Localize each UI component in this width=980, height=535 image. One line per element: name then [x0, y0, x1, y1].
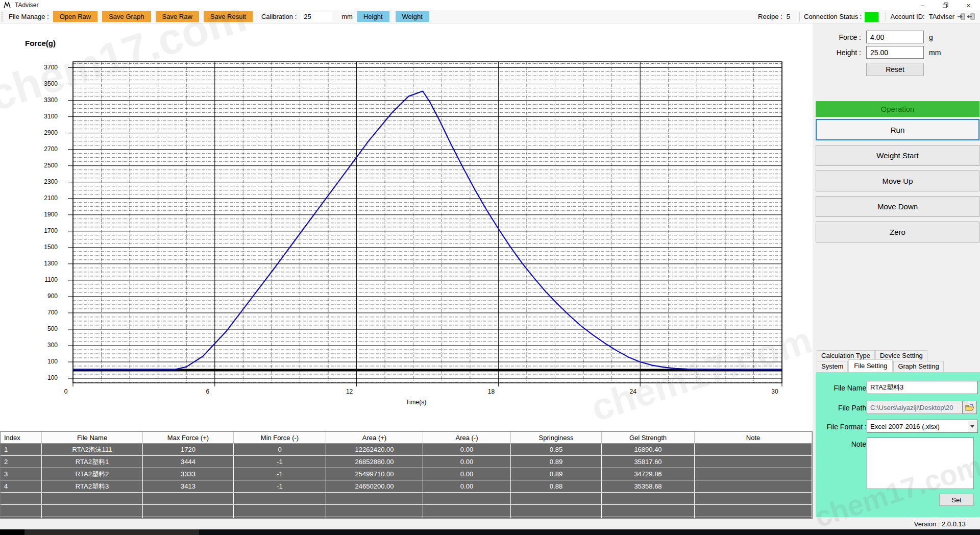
table-cell: -1: [234, 456, 326, 468]
minimize-button[interactable]: –: [911, 0, 934, 10]
close-button[interactable]: ×: [957, 0, 980, 10]
run-button[interactable]: Run: [816, 119, 979, 140]
table-cell: [695, 480, 812, 493]
calibration-unit: mm: [341, 13, 353, 20]
table-cell: 2: [1, 456, 42, 468]
taskbar[interactable]: [0, 529, 980, 535]
move-up-button[interactable]: Move Up: [816, 171, 979, 191]
table-cell: [423, 517, 511, 519]
y-tick-label: 1700: [28, 227, 58, 234]
table-cell: [511, 493, 602, 505]
column-header: Springiness: [511, 432, 602, 444]
save-result-button[interactable]: Save Result: [204, 11, 253, 22]
height-input[interactable]: [866, 46, 924, 59]
table-cell: 25499710.00: [326, 468, 423, 480]
table-cell: 3333: [143, 468, 234, 480]
file-format-label: File Format :: [818, 423, 867, 431]
table-cell: [695, 444, 812, 456]
table-cell: [143, 493, 234, 505]
table-cell: [326, 505, 423, 517]
y-tick-label: 3500: [28, 80, 58, 87]
dropdown-zone: [968, 421, 977, 432]
recipe-value: 5: [787, 13, 790, 20]
y-tick-label: 700: [28, 309, 58, 316]
table-row[interactable]: [1, 493, 812, 505]
browse-folder-button[interactable]: [963, 401, 977, 414]
taskbar-segment: [24, 529, 199, 535]
window-title: TAdviser: [15, 2, 38, 9]
table-cell: [423, 493, 511, 505]
set-button[interactable]: Set: [939, 494, 974, 506]
table-cell: RTA2塑料1: [42, 456, 143, 468]
chart-x-axis-title: Time(s): [406, 399, 426, 406]
table-cell: 24650200.00: [326, 480, 423, 493]
table-row[interactable]: 4RTA2塑料33413-124650200.000.000.8835358.6…: [1, 480, 812, 493]
calibration-input[interactable]: [301, 12, 332, 22]
y-tick-label: 100: [28, 358, 58, 365]
column-header: Min Force (-): [234, 432, 326, 444]
connection-status-indicator: [865, 12, 878, 22]
file-format-select[interactable]: Excel 2007-2016 (.xlsx): [867, 420, 978, 433]
table-row[interactable]: 2RTA2塑料13444-126852880.000.000.8935817.6…: [1, 456, 812, 468]
open-folder-icon: [965, 404, 974, 411]
toolbar-grip: [2, 12, 4, 21]
file-format-value: Excel 2007-2016 (.xlsx): [870, 423, 940, 430]
column-header: Gel Strength: [602, 432, 695, 444]
table-row[interactable]: 3RTA2塑料23333-125499710.000.000.8934729.8…: [1, 468, 812, 480]
table-row[interactable]: [1, 505, 812, 517]
table-cell: [1, 493, 42, 505]
app-logo-icon: [4, 2, 12, 9]
x-tick-label: 24: [622, 388, 644, 395]
logout-icon[interactable]: [967, 13, 975, 20]
column-header: Area (+): [326, 432, 423, 444]
toolbar-separator: [257, 12, 257, 21]
height-label: Height :: [825, 48, 861, 57]
open-raw-button[interactable]: Open Raw: [53, 11, 97, 22]
table-row[interactable]: [1, 517, 812, 519]
note-textarea[interactable]: [867, 437, 974, 489]
file-path-label: File Path :: [822, 404, 870, 412]
zero-button[interactable]: Zero: [816, 222, 979, 242]
table-cell: -1: [234, 480, 326, 493]
login-icon[interactable]: [958, 13, 965, 20]
restore-icon: [943, 3, 948, 8]
restore-button[interactable]: [934, 0, 957, 10]
weight-button[interactable]: Weight: [396, 11, 429, 22]
save-raw-button[interactable]: Save Raw: [156, 11, 199, 22]
title-bar: TAdviser – ×: [0, 0, 980, 10]
table-row[interactable]: 1RTA2泡沫1111720012262420.000.000.8516890.…: [1, 444, 812, 456]
table-cell: 1: [1, 444, 42, 456]
reset-button[interactable]: Reset: [866, 63, 924, 76]
weight-start-button[interactable]: Weight Start: [816, 145, 979, 166]
x-tick-label: 18: [480, 388, 502, 395]
table-cell: [695, 505, 812, 517]
recipe-label: Recipe :: [758, 13, 782, 20]
table-cell: [143, 505, 234, 517]
taskbar-segment: [0, 529, 24, 535]
table-cell: 0.00: [423, 468, 511, 480]
tab-file-setting[interactable]: File Setting: [848, 359, 893, 372]
file-setting-panel: File Name : File Path : C:\Users\aiyazij…: [816, 372, 980, 517]
save-graph-button[interactable]: Save Graph: [102, 11, 151, 22]
y-tick-label: 3700: [28, 64, 58, 71]
account-id-label: Account ID:: [890, 13, 924, 20]
table-cell: [602, 493, 695, 505]
height-button[interactable]: Height: [357, 11, 389, 22]
y-tick-label: -100: [28, 374, 58, 381]
file-path-field[interactable]: C:\Users\aiyaziji\Desktop\20: [867, 401, 963, 414]
table-cell: [602, 505, 695, 517]
file-name-input[interactable]: [867, 381, 978, 394]
table-cell: RTA2塑料3: [42, 480, 143, 493]
tab-graph-setting[interactable]: Graph Setting: [893, 361, 943, 372]
y-tick-label: 2700: [28, 145, 58, 153]
y-tick-label: 900: [28, 293, 58, 300]
tab-system[interactable]: System: [817, 361, 848, 372]
force-input[interactable]: [866, 31, 924, 43]
move-down-button[interactable]: Move Down: [816, 196, 979, 217]
table-cell: [695, 456, 812, 468]
settings-tabs: Calculation Type Device Setting System F…: [817, 350, 980, 372]
table-cell: [234, 505, 326, 517]
table-cell: 0.88: [511, 480, 602, 493]
y-tick-label: 3300: [28, 96, 58, 104]
toolbar-separator: [799, 12, 800, 21]
